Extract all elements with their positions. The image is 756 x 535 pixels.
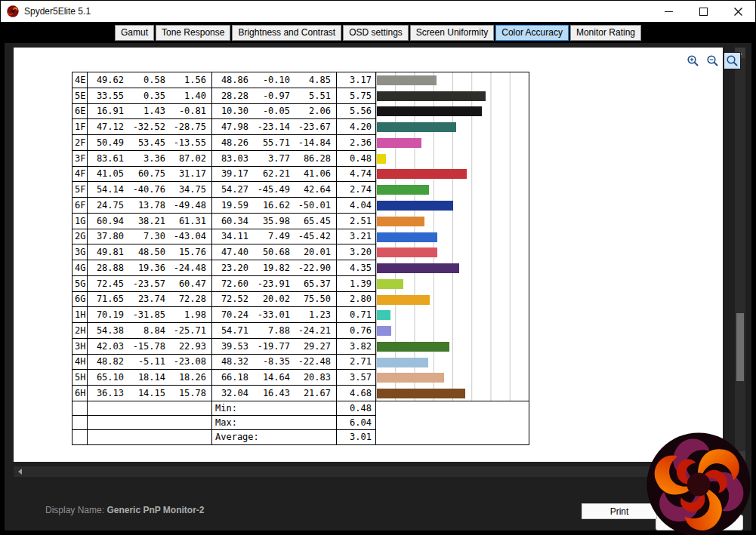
delta-e-value: 0.76 [337, 323, 375, 338]
target-b: 61.31 [171, 214, 212, 229]
target-l: 60.94 [88, 214, 129, 229]
target-l: 83.61 [88, 151, 129, 166]
row-label: 6G [73, 292, 88, 307]
target-b: 1.40 [171, 88, 212, 103]
tab-brightness-and-contrast[interactable]: Brightness and Contrast [232, 25, 341, 41]
target-b: 1.98 [171, 307, 212, 322]
measured-b: 4.85 [295, 72, 337, 88]
table-row: 2H 54.38 8.84 -25.71 54.71 7.88 -24.21 0… [73, 323, 375, 339]
tab-monitor-rating[interactable]: Monitor Rating [570, 25, 641, 41]
delta-bar [377, 201, 453, 211]
close-button[interactable] [721, 1, 755, 22]
vertical-scrollbar[interactable]: ▲ ▼ [735, 48, 745, 462]
delta-e-value: 4.20 [337, 119, 375, 134]
target-b: 15.76 [171, 244, 212, 260]
row-label: 2F [73, 135, 88, 150]
app-window: Spyder5Elite 5.1 GamutTone ResponseBrigh… [0, 0, 756, 535]
delta-bar [377, 279, 403, 289]
target-b: -23.08 [171, 355, 212, 370]
delta-e-value: 2.74 [337, 182, 375, 197]
target-a: 48.50 [129, 244, 171, 260]
zoom-toolbar [684, 52, 741, 69]
measured-b: 29.27 [295, 339, 337, 354]
measured-a: 62.21 [254, 167, 295, 182]
spyder-logo [646, 432, 751, 535]
measured-b: 20.83 [295, 370, 337, 385]
target-l: 54.14 [88, 182, 129, 197]
scroll-left-arrow[interactable] [18, 469, 22, 475]
measured-a: 35.98 [254, 214, 295, 229]
measured-b: 65.37 [295, 276, 337, 291]
delta-bar [377, 326, 391, 336]
delta-e-value: 0.48 [337, 151, 375, 166]
measured-b: -24.21 [295, 323, 337, 338]
target-l: 42.03 [88, 339, 129, 354]
target-a: 23.74 [129, 292, 171, 307]
summary-empty-cell [88, 401, 212, 415]
target-l: 41.05 [88, 167, 129, 182]
measured-a: 16.43 [254, 386, 295, 401]
tab-screen-uniformity[interactable]: Screen Uniformity [410, 25, 494, 41]
target-l: 71.65 [88, 292, 129, 307]
summary-row: Average: 3.01 [73, 430, 375, 444]
delta-e-value: 4.04 [337, 198, 375, 213]
tab-osd-settings[interactable]: OSD settings [343, 25, 409, 41]
target-a: 60.75 [129, 167, 171, 182]
tab-color-accuracy[interactable]: Color Accuracy [495, 25, 569, 41]
target-b: 18.26 [171, 370, 212, 385]
delta-e-value: 4.35 [337, 260, 375, 275]
table-row: 5G 72.45 -23.57 60.47 72.60 -23.91 65.37… [73, 276, 375, 292]
row-label: 6E [73, 104, 88, 119]
zoom-in-button[interactable] [684, 52, 702, 69]
measured-l: 48.26 [212, 135, 254, 150]
target-b: -28.75 [171, 119, 212, 134]
delta-bar [377, 358, 428, 367]
maximize-button[interactable] [686, 1, 721, 22]
measured-l: 72.60 [212, 276, 254, 291]
horizontal-scrollbar[interactable] [14, 466, 723, 477]
zoom-out-button[interactable] [704, 52, 721, 69]
delta-bar [377, 106, 482, 116]
zoom-in-icon [687, 54, 699, 67]
row-label: 2H [73, 323, 88, 338]
measured-l: 47.98 [212, 119, 254, 134]
zoom-fit-button[interactable] [724, 52, 741, 69]
target-b: 34.75 [171, 182, 212, 197]
summary-label: Min: [212, 401, 337, 415]
measured-b: -14.84 [295, 135, 337, 150]
row-label: 3H [73, 339, 88, 354]
measured-l: 19.59 [212, 198, 254, 213]
measured-a: -23.14 [254, 119, 295, 134]
row-label: 5H [73, 370, 88, 385]
measured-l: 28.28 [212, 88, 254, 103]
table-row: 3F 83.61 3.36 87.02 83.03 3.77 86.28 0.4… [73, 151, 375, 167]
target-b: 60.47 [171, 276, 212, 291]
target-a: -15.78 [129, 339, 171, 354]
minimize-button[interactable] [651, 1, 686, 22]
row-label: 4G [73, 260, 88, 275]
target-a: 18.14 [129, 370, 171, 385]
vertical-scrollbar-thumb[interactable] [736, 313, 744, 381]
measured-a: 14.64 [254, 370, 295, 385]
tab-tone-response[interactable]: Tone Response [156, 25, 230, 41]
row-label: 6F [73, 198, 88, 213]
measured-a: -0.10 [254, 72, 295, 88]
target-b: -49.48 [171, 198, 212, 213]
main-area: 4E 49.62 0.58 1.56 48.86 -0.10 4.85 3.17… [5, 43, 751, 530]
target-a: 7.30 [129, 229, 171, 244]
measured-b: -45.42 [295, 229, 337, 244]
target-l: 28.88 [88, 260, 129, 275]
measured-l: 32.04 [212, 386, 254, 401]
delta-bar [377, 232, 437, 242]
target-l: 48.82 [88, 355, 129, 370]
summary-value: 6.04 [337, 416, 375, 429]
target-a: 13.78 [129, 198, 171, 213]
measured-l: 72.52 [212, 292, 254, 307]
target-b: 31.17 [171, 167, 212, 182]
table-row: 1F 47.12 -32.52 -28.75 47.98 -23.14 -23.… [73, 119, 375, 135]
delta-e-value: 3.20 [337, 244, 375, 260]
row-label: 6H [73, 386, 88, 401]
measured-b: 41.06 [295, 167, 337, 182]
tab-gamut[interactable]: Gamut [115, 25, 154, 41]
measured-a: -19.77 [254, 339, 295, 354]
